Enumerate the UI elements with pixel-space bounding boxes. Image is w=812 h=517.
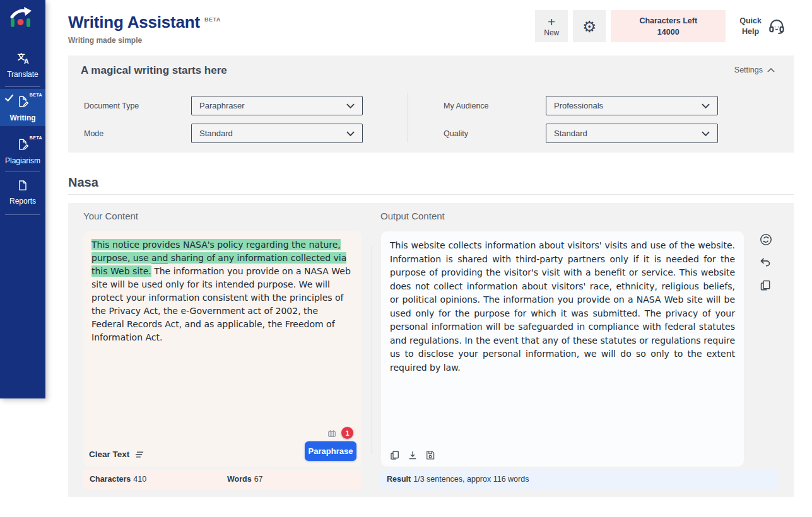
sidebar-item-label: Plagiarism <box>0 156 45 165</box>
settings-fields-right: My Audience Professionals Quality Standa… <box>444 96 718 151</box>
chevron-down-icon <box>346 103 355 108</box>
characters-stat: Characters 410 <box>90 475 227 484</box>
checkmark-icon <box>4 93 14 105</box>
plagiarism-icon <box>16 137 30 151</box>
mode-value: Standard <box>199 129 233 138</box>
translate-icon: A <box>16 50 30 65</box>
save-icon <box>425 450 436 461</box>
chevron-up-icon <box>767 68 775 73</box>
headset-icon <box>767 17 786 36</box>
field-document-type: Document Type Paraphraser <box>84 96 363 115</box>
grammar-flagged-word[interactable]: and <box>151 253 168 264</box>
chevron-down-icon <box>702 131 710 136</box>
quick-help-line1: Quick <box>739 16 762 25</box>
characters-stat-label: Characters <box>90 475 131 484</box>
characters-stat-value: 410 <box>133 475 146 484</box>
quick-help-button[interactable]: Quick Help <box>739 16 786 37</box>
document-type-select[interactable]: Paraphraser <box>191 96 363 115</box>
robot-icon <box>326 427 338 439</box>
header-title-block: Writing AssistantBETA Writing made simpl… <box>68 13 221 45</box>
quality-select[interactable]: Standard <box>546 124 718 143</box>
my-audience-select[interactable]: Professionals <box>546 96 718 115</box>
output-text: This website collects information about … <box>381 231 744 382</box>
page-title: Writing AssistantBETA <box>68 13 221 32</box>
workspace-panel: Your Content Output Content This notice … <box>68 203 794 497</box>
output-actions <box>389 450 436 461</box>
download-icon <box>407 450 418 461</box>
sidebar-item-label: Reports <box>0 197 45 206</box>
input-stats-bar: Characters 410 Words 67 <box>83 469 362 489</box>
field-my-audience: My Audience Professionals <box>444 96 718 115</box>
undo-button[interactable] <box>759 256 773 269</box>
paraphrase-button[interactable]: Paraphrase <box>305 441 356 461</box>
settings-toggle-label: Settings <box>734 66 763 74</box>
mode-select[interactable]: Standard <box>191 124 363 143</box>
plain-input-text: The information you provide on a NASA We… <box>91 266 351 342</box>
reports-icon <box>16 179 29 192</box>
result-bar: Result 1/3 sentences, approx 116 words <box>380 469 778 489</box>
beta-badge: BETA <box>30 93 42 97</box>
field-quality: Quality Standard <box>444 124 718 143</box>
clear-lines-icon <box>133 451 145 458</box>
copy-icon <box>759 279 772 292</box>
field-mode: Mode Standard <box>84 124 363 143</box>
chevron-down-icon <box>702 103 710 108</box>
writing-icon <box>16 95 30 108</box>
settings-fields-left: Document Type Paraphraser Mode Standard <box>84 96 363 151</box>
input-editor[interactable]: This notice provides NASA's policy regar… <box>83 231 362 467</box>
save-output-button[interactable] <box>425 450 436 461</box>
page-title-text: Writing Assistant <box>68 13 200 32</box>
beta-badge: BETA <box>30 136 42 140</box>
sidebar-divider <box>5 214 40 215</box>
quick-help-label: Quick Help <box>739 16 762 37</box>
words-stat-value: 67 <box>254 475 263 484</box>
panels-divider <box>372 246 372 454</box>
sidebar-item-translate[interactable]: A Translate <box>0 50 45 79</box>
result-label: Result <box>387 475 411 484</box>
refresh-circle-icon <box>759 233 773 247</box>
regenerate-button[interactable] <box>759 233 773 247</box>
characters-left-value: 14000 <box>657 28 680 37</box>
copy-all-button[interactable] <box>759 279 773 292</box>
copy-icon <box>389 450 401 461</box>
document-title: Nasa <box>68 175 98 190</box>
result-value: 1/3 sentences, approx 116 words <box>413 475 529 484</box>
words-stat-label: Words <box>227 475 252 484</box>
logo-icon <box>6 4 35 33</box>
document-title-divider <box>68 194 794 195</box>
sidebar-item-reports[interactable]: Reports <box>0 179 45 206</box>
header-actions: + New ⚙ Characters Left 14000 Quick Help <box>535 10 786 42</box>
settings-collapse-toggle[interactable]: Settings <box>734 66 775 74</box>
suggestions-indicator[interactable]: 1 <box>326 427 353 439</box>
settings-panel-heading: A magical writing starts here <box>81 64 227 77</box>
sidebar-item-plagiarism[interactable]: BETA Plagiarism <box>0 130 45 166</box>
characters-left-badge: Characters Left 14000 <box>611 10 726 42</box>
my-audience-label: My Audience <box>444 102 546 110</box>
plus-icon: + <box>548 16 555 28</box>
clear-text-button[interactable]: Clear Text <box>89 450 144 459</box>
copy-output-button[interactable] <box>389 450 401 461</box>
characters-left-label: Characters Left <box>639 16 697 25</box>
suggestion-count-badge[interactable]: 1 <box>341 427 353 439</box>
app-logo[interactable] <box>6 4 35 33</box>
new-button[interactable]: + New <box>535 10 568 42</box>
sidebar-item-writing[interactable]: BETA Writing <box>0 89 45 126</box>
gear-icon: ⚙ <box>582 18 596 35</box>
clear-text-label: Clear Text <box>89 450 129 459</box>
input-panel-title: Your Content <box>83 211 138 221</box>
settings-button[interactable]: ⚙ <box>573 10 606 42</box>
new-button-label: New <box>544 28 559 37</box>
chevron-down-icon <box>346 131 355 136</box>
download-output-button[interactable] <box>407 450 418 461</box>
settings-panel: A magical writing starts here Settings D… <box>68 55 794 153</box>
output-editor[interactable]: This website collects information about … <box>380 231 744 467</box>
quality-value: Standard <box>554 129 587 138</box>
beta-tag: BETA <box>204 16 221 23</box>
settings-vertical-divider <box>408 93 408 142</box>
mode-label: Mode <box>84 129 191 138</box>
document-type-value: Paraphraser <box>199 101 245 110</box>
sidebar-item-label: Writing <box>0 113 45 122</box>
sidebar-item-label: Translate <box>0 70 45 79</box>
words-stat: Words 67 <box>227 475 263 484</box>
input-text: This notice provides NASA's policy regar… <box>83 231 362 352</box>
